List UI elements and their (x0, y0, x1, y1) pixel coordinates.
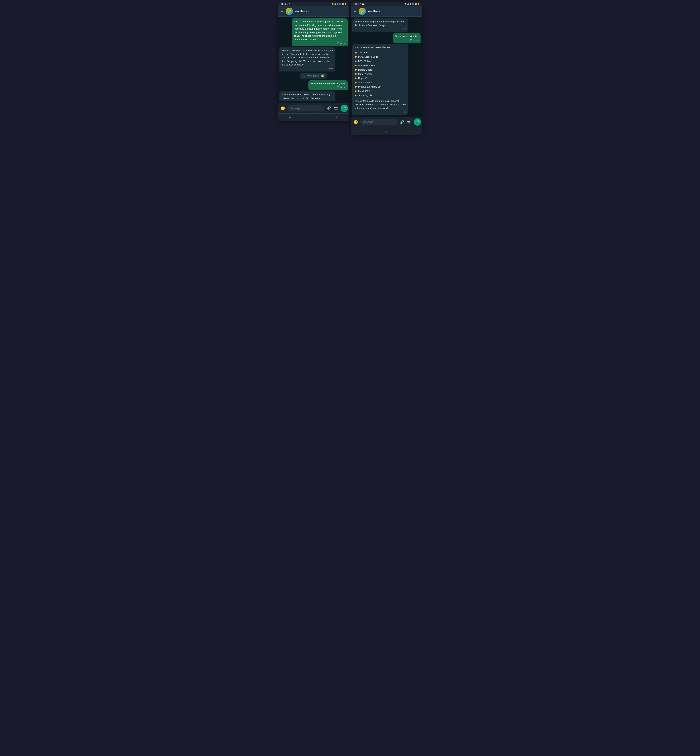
camera-button-2[interactable]: 📷 (406, 119, 412, 125)
more-options-1[interactable]: ⋮ (343, 9, 347, 14)
status-icons-right-1: N 🔔 ✱ 🔵 📶 🔋 (332, 3, 347, 5)
list-item: 👉 Shopping List (355, 93, 406, 97)
notes-list-container: 👉 Trends VC 👉 IAAE Access Code 👉 MTN MoM… (355, 50, 406, 97)
chat-header-1: ← 🌈 MobileGPT ⋮ (278, 6, 349, 17)
attachment-button-2[interactable]: 🔗 (398, 119, 405, 125)
back-button-2[interactable]: ← (353, 9, 357, 14)
nav-menu-1[interactable]: ≡ (289, 115, 291, 119)
message-input-2[interactable] (360, 119, 397, 125)
more-options-2[interactable]: ⋮ (416, 9, 420, 14)
status-icons-right-2: N 🔔 ✱ 🔵 📶 🔋 (405, 3, 419, 5)
tick-icon-2: ✓✓ (342, 86, 345, 88)
message-time-partial-top: 09:46 (355, 28, 406, 30)
list-item: 👉 Trends VC (355, 50, 406, 55)
camera-button-1[interactable]: 📷 (333, 105, 339, 111)
message-time-received-1: 09:46 (282, 67, 333, 70)
phone-2: 10:30 M 📅 ■ N 🔔 ✱ 🔵 📶 🔋 ← 🌈 MobileGPT ⋮ … (351, 2, 422, 135)
status-bar-1: 09:48 ■ ✓ N 🔔 ✱ 🔵 📶 🔋 (278, 2, 349, 6)
message-text-sent-2: Show me the note Shopping List. (311, 82, 345, 85)
message-input-1[interactable] (287, 105, 324, 111)
message-text-show-notes: Show me all my notes (395, 35, 418, 38)
status-bar-2: 10:30 M 📅 ■ N 🔔 ✱ 🔵 📶 🔋 (351, 2, 422, 6)
back-button-1[interactable]: ← (280, 9, 284, 14)
nav-home-2[interactable]: □ (385, 129, 387, 133)
nav-bar-2: ≡ □ ◁ (351, 127, 422, 135)
message-sent-2: Show me the note Shopping List. 09:46 ✓✓ (308, 80, 348, 90)
chat-body-2: Samsung Galaxy phone 2. From the pharmac… (351, 17, 422, 117)
nav-menu-2[interactable]: ≡ (362, 129, 364, 133)
message-time-notes: 10:29 (355, 111, 406, 113)
time-2: 10:30 (353, 3, 359, 5)
list-item: 👉 IAAE Access Code (355, 55, 406, 59)
check-icon: ✅ (321, 74, 324, 77)
attachment-button-1[interactable]: 🔗 (326, 105, 332, 111)
main-menu-button[interactable]: ☰ Main Menu ✅ (300, 73, 327, 79)
mic-button-2[interactable]: 🎤 (414, 118, 421, 126)
nav-bar-1: ≡ □ ◁ (278, 113, 349, 121)
message-text-received-1: Personal Assistant has saved a Note for … (282, 49, 333, 66)
message-time-sent-2: 09:46 ✓✓ (311, 86, 345, 89)
list-item: 👉 Abs Workout (355, 80, 406, 85)
status-time-2: 10:30 M 📅 ■ (353, 3, 365, 5)
status-icons-left-1: ■ ✓ (287, 3, 290, 5)
chat-body-1: Save a note for me called shopping list.… (278, 17, 349, 103)
message-notes-list: Your current saved notes titles are: 👉 T… (352, 44, 408, 115)
input-bar-2: 🙂 🔗 📷 🎤 (351, 117, 422, 127)
header-info-1: MobileGPT (295, 10, 341, 13)
status-icons-left-2: M 📅 ■ (360, 3, 365, 5)
list-item: 👉 MobileGPT (355, 89, 406, 93)
contact-name-2: MobileGPT (368, 10, 414, 13)
list-item: 👉 African Blankets (355, 63, 406, 67)
message-partial-top-2: Samsung Galaxy phone 2. From the pharmac… (352, 19, 408, 32)
input-bar-1: 🙂 🔗 📷 🎤 (278, 103, 349, 113)
nav-back-1[interactable]: ◁ (336, 115, 338, 119)
message-sent-1: Save a note for me called shopping list.… (292, 19, 348, 46)
time-1: 09:48 (281, 3, 286, 5)
list-item: 👉 Meter Number (355, 72, 406, 76)
message-time-show-notes: 10:29 ✓✓ (395, 39, 418, 42)
message-text-partial-1: 1. From the mall: - Makeup - Jeans - Sam… (282, 93, 331, 99)
avatar-2: 🌈 (359, 8, 366, 15)
chat-header-2: ← 🌈 MobileGPT ⋮ (351, 6, 422, 17)
phone-1: 09:48 ■ ✓ N 🔔 ✱ 🔵 📶 🔋 ← 🌈 MobileGPT ⋮ Sa… (278, 2, 349, 121)
avatar-1: 🌈 (286, 8, 293, 15)
tick-icon-1: ✓✓ (342, 42, 345, 44)
mic-button-1[interactable]: 🎤 (341, 105, 348, 112)
header-info-2: MobileGPT (368, 10, 414, 13)
message-received-1: Personal Assistant has saved a Note for … (280, 47, 336, 72)
emoji-button-2[interactable]: 🙂 (353, 119, 359, 125)
message-partial-1: 1. From the mall: - Makeup - Jeans - Sam… (280, 91, 336, 101)
nav-back-2[interactable]: ◁ (409, 129, 411, 133)
menu-icon: ☰ (303, 74, 305, 77)
emoji-button-1[interactable]: 🙂 (280, 105, 286, 111)
message-time-sent-1: 09:46 ✓✓ (294, 42, 345, 45)
menu-label: Main Menu (307, 74, 319, 77)
list-item: 👉 RapidAPI (355, 76, 406, 80)
tick-icon-notes: ✓✓ (416, 39, 418, 41)
message-text-partial-top: Samsung Galaxy phone 2. From the pharmac… (355, 20, 406, 27)
message-text-sent-1: Save a note for me called shopping list.… (294, 20, 342, 41)
list-item: 👉 Prepaid Electricity Link (355, 85, 406, 89)
message-sent-notes: Show me all my notes 10:29 ✓✓ (393, 33, 420, 43)
notes-intro: Your current saved notes titles are: (355, 45, 406, 49)
list-item: 👉 Barbie Quote (355, 68, 406, 72)
list-item: 👉 MTN MoMo (355, 59, 406, 63)
notes-footer: To view the details of a note, ask Perso… (355, 99, 406, 110)
contact-name-1: MobileGPT (295, 10, 341, 13)
status-time-1: 09:48 ■ ✓ (281, 3, 290, 5)
nav-home-1[interactable]: □ (312, 115, 314, 119)
